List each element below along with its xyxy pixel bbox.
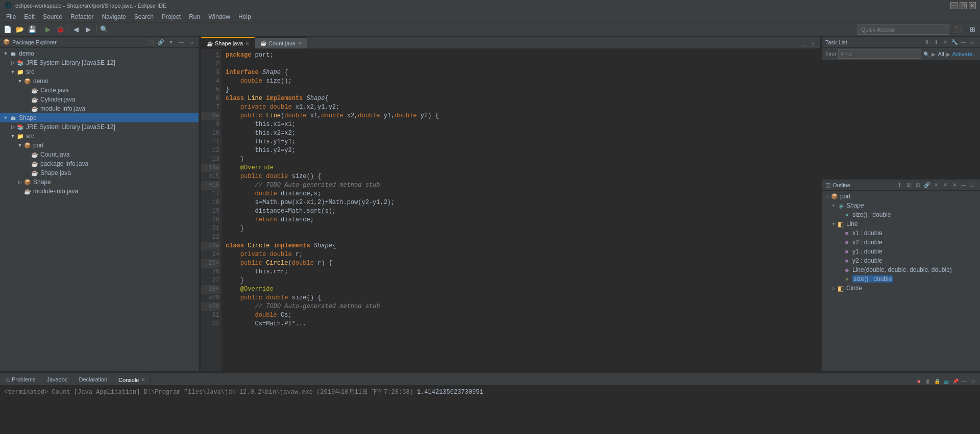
task-icon1[interactable]: ⬇ xyxy=(923,38,931,46)
tree-item-circle-java[interactable]: ☕ Circle.java xyxy=(0,86,199,95)
tree-item-shape-sub[interactable]: ▷ 📦 Shape xyxy=(0,177,199,187)
save-button[interactable]: 💾 xyxy=(27,24,38,35)
outline-x1[interactable]: ■ x1 : double xyxy=(822,228,980,238)
menu-window[interactable]: Window xyxy=(204,12,234,21)
outline-line-size[interactable]: ● size() : double xyxy=(822,274,980,284)
tree-item-demo-jre[interactable]: ▷ 📚 JRE System Library [JavaSE-12] xyxy=(0,58,199,67)
tab-declaration[interactable]: Declaration xyxy=(73,374,113,385)
search-toolbar-button[interactable]: 🔍 xyxy=(99,24,110,35)
tree-item-demo[interactable]: ▼ 🖿 demo xyxy=(0,49,199,58)
maximize-button[interactable]: □ xyxy=(960,2,967,9)
task-icon3[interactable]: ✕ xyxy=(941,38,949,46)
console-tab-close[interactable]: ✕ xyxy=(141,377,145,382)
task-find-input[interactable] xyxy=(838,49,921,59)
forward-button[interactable]: ▶ xyxy=(83,24,94,35)
task-icon2[interactable]: ⬆ xyxy=(932,38,940,46)
tree-item-port[interactable]: ▼ 📦 port xyxy=(0,141,199,150)
bottom-minimize-icon[interactable]: — xyxy=(961,377,969,385)
code-editor[interactable]: package port; interface Shape { double s… xyxy=(222,49,820,371)
tree-item-demo-pkg[interactable]: ▼ 📦 demo xyxy=(0,76,199,86)
editor-minimize-icon[interactable]: — xyxy=(800,40,808,48)
console-stop-icon[interactable]: ■ xyxy=(915,377,923,385)
editor-maximize-icon[interactable]: □ xyxy=(810,40,818,48)
tree-item-shape-src[interactable]: ▼ 📁 src xyxy=(0,132,199,141)
outline-header: ◫ Outline ⬆ ⊞ ⊟ 🔗 ✕ ✕ ✕ — □ xyxy=(822,180,980,191)
menu-run[interactable]: Run xyxy=(185,12,204,21)
menu-file[interactable]: File xyxy=(2,12,20,21)
debug-button[interactable]: 🐞 xyxy=(55,24,66,35)
run-button[interactable]: ▶ xyxy=(42,24,54,35)
link-editor-icon[interactable]: 🔗 xyxy=(157,38,165,46)
minimize-button[interactable]: — xyxy=(950,2,958,9)
quick-access-bar[interactable]: Quick Access xyxy=(857,24,949,35)
outline-constructor-icon: ◆ xyxy=(843,266,851,274)
maximize-panel-icon[interactable]: □ xyxy=(187,38,195,46)
tree-item-module-info-shape[interactable]: ☕ module-info.java xyxy=(0,187,199,196)
tab-shape-java[interactable]: ☕ Shape.java ✕ xyxy=(201,37,255,48)
outline-minimize[interactable]: — xyxy=(960,181,968,189)
tree-label-pkginfo: package-info.java xyxy=(40,160,88,167)
outline-line-constructor[interactable]: ◆ Line(double, double, double, double) xyxy=(822,265,980,274)
outline-y1[interactable]: ■ y1 : double xyxy=(822,247,980,256)
menu-edit[interactable]: Edit xyxy=(20,12,39,21)
close-button[interactable]: ✕ xyxy=(969,2,976,9)
console-clear-icon[interactable]: 🗑 xyxy=(924,377,932,385)
back-button[interactable]: ◀ xyxy=(70,24,82,35)
tree-label-demo-pkg: demo xyxy=(33,78,48,85)
outline-y2-label: y2 : double xyxy=(852,257,883,264)
activate-label[interactable]: Activate... xyxy=(952,51,977,57)
open-perspective-button[interactable]: ⊞ xyxy=(967,24,978,35)
tree-item-shape[interactable]: ▼ 🖿 Shape xyxy=(0,113,199,122)
tree-item-count-java[interactable]: ☕ Count.java xyxy=(0,150,199,159)
open-button[interactable]: 📂 xyxy=(14,24,26,35)
console-scroll-lock-icon[interactable]: 🔒 xyxy=(933,377,941,385)
tab-problems[interactable]: ⚠ Problems xyxy=(0,374,41,385)
outline-line-class[interactable]: ▼ ◧ Line xyxy=(822,219,980,228)
outline-icon2[interactable]: ⊞ xyxy=(904,181,913,189)
tree-item-demo-src[interactable]: ▼ 📁 src xyxy=(0,67,199,76)
menu-refactor[interactable]: Refactor xyxy=(66,12,97,21)
menu-source[interactable]: Source xyxy=(39,12,66,21)
outline-icon5[interactable]: ✕ xyxy=(932,181,940,189)
tab-count-java[interactable]: ☕ Count.java ✕ xyxy=(255,37,307,48)
outline-port[interactable]: ▷ 📦 port xyxy=(822,192,980,201)
outline-y2[interactable]: ■ y2 : double xyxy=(822,256,980,265)
tab-close-shape[interactable]: ✕ xyxy=(245,41,249,46)
task-minimize[interactable]: — xyxy=(960,38,968,46)
outline-panel: ◫ Outline ⬆ ⊞ ⊟ 🔗 ✕ ✕ ✕ — □ xyxy=(822,180,980,371)
outline-x2[interactable]: ■ x2 : double xyxy=(822,238,980,247)
tree-item-shape-java[interactable]: ☕ Shape.java xyxy=(0,168,199,177)
tree-item-shape-jre[interactable]: ▷ 📚 JRE System Library [JavaSE-12] xyxy=(0,122,199,132)
view-menu-icon[interactable]: ▼ xyxy=(167,38,175,46)
outline-shape-size[interactable]: ● size() : double xyxy=(822,210,980,219)
tree-item-module-info-demo[interactable]: ☕ module-info.java xyxy=(0,104,199,113)
outline-sort-icon[interactable]: ⬆ xyxy=(895,181,903,189)
outline-maximize[interactable]: □ xyxy=(969,181,977,189)
menu-search[interactable]: Search xyxy=(130,12,158,21)
perspective-button[interactable]: ⬛ xyxy=(952,24,964,35)
outline-icon4[interactable]: 🔗 xyxy=(923,181,931,189)
minimize-panel-icon[interactable]: — xyxy=(177,38,185,46)
tab-console[interactable]: Console ✕ xyxy=(113,374,151,385)
task-icon4[interactable]: 🔧 xyxy=(950,38,959,46)
tab-close-count[interactable]: ✕ xyxy=(298,40,302,46)
console-new-icon[interactable]: 📺 xyxy=(942,377,950,385)
outline-circle-class[interactable]: ▷ ◧ Circle xyxy=(822,284,980,293)
menu-project[interactable]: Project xyxy=(158,12,185,21)
outline-icon3[interactable]: ⊟ xyxy=(914,181,922,189)
console-pin-icon[interactable]: 📌 xyxy=(951,377,960,385)
menu-navigate[interactable]: Navigate xyxy=(97,12,130,21)
java-icon-circle: ☕ xyxy=(31,86,39,94)
tree-item-pkg-info[interactable]: ☕ package-info.java xyxy=(0,159,199,168)
task-maximize[interactable]: □ xyxy=(969,38,977,46)
content-area: 📦 Package Explorer ⬛ 🔗 ▼ — □ ▼ 🖿 demo xyxy=(0,37,980,371)
outline-icon7[interactable]: ✕ xyxy=(950,181,959,189)
collapse-all-icon[interactable]: ⬛ xyxy=(146,38,155,46)
menu-help[interactable]: Help xyxy=(234,12,255,21)
outline-shape-iface[interactable]: ▼ ◈ Shape xyxy=(822,201,980,210)
bottom-maximize-icon[interactable]: □ xyxy=(970,377,978,385)
new-button[interactable]: 📄 xyxy=(2,24,13,35)
outline-icon6[interactable]: ✕ xyxy=(941,181,949,189)
tab-javadoc[interactable]: Javadoc xyxy=(41,374,73,385)
tree-item-cylinder-java[interactable]: ☕ Cylinder.java xyxy=(0,95,199,104)
